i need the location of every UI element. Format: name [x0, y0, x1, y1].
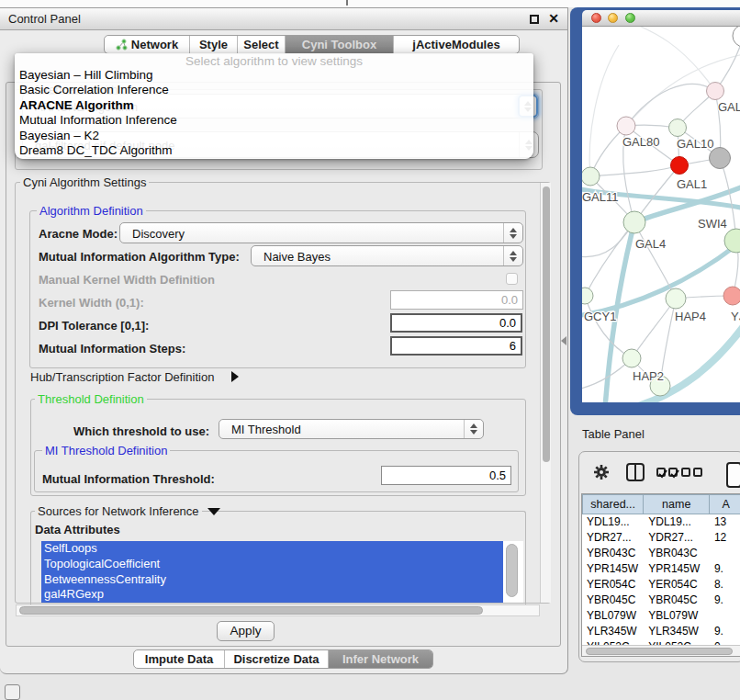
mi-threshold-field[interactable]: 0.5	[381, 466, 511, 485]
algorithm-option[interactable]: Dream8 DC_TDC Algorithm	[15, 143, 533, 158]
table-row[interactable]: YBL079WYBL079W	[582, 608, 740, 624]
gear-icon[interactable]	[593, 464, 610, 480]
table-cell: 9.	[710, 561, 740, 577]
top-strip	[0, 0, 740, 7]
close-traffic-light[interactable]	[591, 13, 601, 23]
dpi-tolerance-field[interactable]: 0.0	[390, 313, 522, 333]
table-horizontal-scrollbar[interactable]	[582, 645, 740, 656]
manual-kernel-checkbox[interactable]	[506, 273, 518, 285]
tab-jactivemodules[interactable]: jActiveModules	[393, 36, 519, 53]
node-label: GAL80	[622, 135, 659, 149]
algorithm-option[interactable]: Basic Correlation Inference	[15, 83, 533, 97]
which-threshold-combo[interactable]: MI Threshold	[219, 419, 484, 439]
network-node-gal11[interactable]	[582, 167, 600, 186]
algorithm-dropdown: Select algorithm to view settings Bayesi…	[15, 53, 533, 159]
kernel-width-field[interactable]: 0.0	[390, 290, 523, 310]
tab-label: Select	[243, 38, 278, 51]
table-row[interactable]: YBR043CYBR043C	[582, 546, 740, 561]
column-header[interactable]: A	[710, 494, 740, 514]
which-threshold-label: Which threshold to use:	[73, 424, 209, 438]
algorithm-option[interactable]: Bayesian – Hill Climbing	[15, 68, 533, 83]
table-row[interactable]: YER054CYER054C8.	[582, 577, 740, 593]
attribute-item[interactable]: TopologicalCoefficient	[41, 557, 503, 572]
tab-cyni-toolbox[interactable]: Cyni Toolbox	[285, 36, 393, 53]
table-row[interactable]: YLR345WYLR345W9.	[582, 624, 740, 639]
mi-type-stepper	[503, 246, 522, 265]
tab-impute-data[interactable]: Impute Data	[134, 650, 224, 668]
threshold-definition-label: Threshold Definition	[35, 392, 147, 406]
checked-boxes-icon[interactable]	[656, 468, 678, 477]
attribute-item[interactable]: BetweennessCentrality	[41, 572, 503, 588]
tab-discretize-data[interactable]: Discretize Data	[224, 650, 328, 668]
sources-collapse-icon[interactable]	[207, 508, 220, 515]
apply-button[interactable]: Apply	[217, 621, 275, 641]
table-row[interactable]: YDR27...YDR27...12	[582, 530, 740, 546]
table-row[interactable]: YBR045CYBR045C9.	[582, 593, 740, 608]
zoom-traffic-light[interactable]	[625, 13, 635, 23]
network-node-yj[interactable]	[723, 287, 740, 305]
column-header[interactable]: name	[644, 494, 710, 514]
table-row[interactable]: YDL19...YDL19...13	[582, 514, 740, 530]
splitter-collapse-icon[interactable]	[561, 336, 566, 345]
table-cell	[710, 608, 740, 624]
tab-network[interactable]: Network	[105, 36, 189, 53]
tab-style[interactable]: Style	[189, 36, 237, 53]
node-label: HAP2	[633, 369, 664, 383]
node-label: SWI4	[698, 217, 727, 231]
network-node-hap2[interactable]	[622, 349, 641, 367]
table-toolbar	[579, 452, 740, 492]
table-body[interactable]: YDL19...YDL19...13YDR27...YDR27...12YBR0…	[582, 514, 740, 647]
network-node-gcy1[interactable]	[582, 288, 593, 304]
mi-steps-field[interactable]: 6	[390, 336, 522, 356]
attributes-scrollbar[interactable]	[503, 541, 523, 603]
network-labels: GAL7GAL80GAL10GAL1GAL11GAL4SWI4HAP4YJGCY…	[582, 100, 740, 383]
attribute-item[interactable]: SelfLoops	[41, 541, 503, 557]
network-canvas[interactable]: GAL7GAL80GAL10GAL1GAL11GAL4SWI4HAP4YJGCY…	[582, 27, 740, 402]
panel-icon[interactable]	[726, 462, 740, 488]
node-table[interactable]: shared...nameA YDL19...YDL19...13YDR27..…	[581, 493, 740, 657]
algorithm-dropdown-list: Bayesian – Hill ClimbingBasic Correlatio…	[15, 68, 533, 158]
network-node[interactable]	[671, 157, 689, 175]
network-node[interactable]	[733, 27, 740, 47]
tab-label: Impute Data	[145, 652, 213, 666]
columns-icon[interactable]	[626, 463, 645, 481]
node-label: GCY1	[584, 310, 616, 323]
settings-horizontal-scrollbar[interactable]	[16, 604, 540, 616]
mi-type-combo[interactable]: Naive Bayes	[251, 245, 523, 266]
tab-label: Discretize Data	[233, 652, 319, 666]
column-header[interactable]: shared...	[582, 494, 644, 514]
tab-label: Cyni Toolbox	[302, 38, 376, 51]
algorithm-option[interactable]: Bayesian – K2	[15, 129, 533, 143]
network-node-gal10[interactable]	[669, 119, 687, 137]
attribute-item[interactable]: gal4RGexp	[41, 587, 503, 603]
tab-infer-network[interactable]: Infer Network	[328, 650, 432, 668]
close-icon[interactable]: ✕	[548, 11, 559, 26]
network-node-gal7[interactable]	[707, 83, 724, 100]
network-node-swi4[interactable]	[724, 229, 740, 253]
hub-expand-icon[interactable]	[231, 371, 239, 382]
aracne-mode-combo[interactable]: Discovery	[119, 222, 523, 243]
mini-window-icon[interactable]	[5, 684, 20, 700]
table-cell: YBR045C	[582, 593, 644, 608]
tab-select[interactable]: Select	[237, 36, 285, 53]
network-node-gal4[interactable]	[623, 211, 645, 233]
table-row[interactable]: YPR145WYPR145W9.	[582, 561, 740, 577]
algorithm-option[interactable]: ARACNE Algorithm	[15, 98, 533, 113]
control-panel-window: Control Panel ✕ NetworkStyleSelectCyni T…	[0, 7, 568, 674]
table-cell: YDR27...	[582, 530, 644, 546]
minimize-traffic-light[interactable]	[608, 13, 618, 23]
aracne-mode-label: Aracne Mode:	[39, 227, 118, 241]
settings-vertical-scrollbar[interactable]	[540, 183, 551, 603]
node-label: GAL1	[677, 177, 707, 191]
mi-steps-label: Mutual Information Steps:	[39, 342, 185, 356]
network-node-gal80[interactable]	[617, 117, 635, 135]
node-label: GAL4	[635, 237, 666, 251]
data-attributes-list[interactable]: SelfLoopsTopologicalCoefficientBetweenne…	[41, 541, 523, 603]
table-cell: YER054C	[582, 577, 644, 593]
manual-kernel-label: Manual Kernel Width Definition	[39, 273, 215, 287]
network-node-hap4[interactable]	[666, 288, 686, 309]
float-window-icon[interactable]	[530, 15, 539, 24]
table-header[interactable]: shared...nameA	[582, 494, 740, 514]
unchecked-boxes-icon[interactable]	[681, 468, 702, 477]
algorithm-option[interactable]: Mutual Information Inference	[15, 113, 533, 128]
